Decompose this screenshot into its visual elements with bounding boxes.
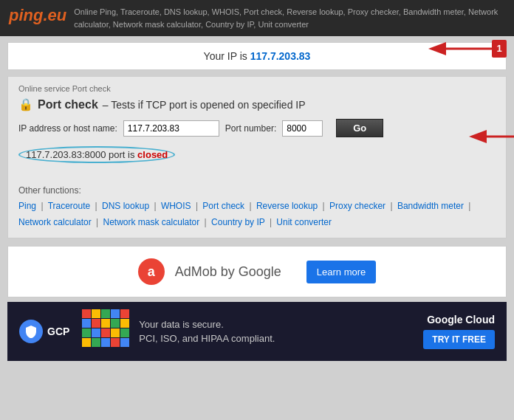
link-proxy-checker[interactable]: Proxy checker xyxy=(329,201,386,211)
svg-text:1: 1 xyxy=(496,43,501,54)
arrow-2-annotation: 2 xyxy=(459,123,514,151)
link-traceroute[interactable]: Traceroute xyxy=(48,201,91,211)
svg-rect-13 xyxy=(82,319,91,328)
svg-rect-23 xyxy=(82,338,91,347)
svg-rect-15 xyxy=(101,319,110,328)
header-tagline: Online Ping, Traceroute, DNS lookup, WHO… xyxy=(74,6,505,30)
svg-rect-12 xyxy=(120,309,129,318)
gcp-line2: PCI, ISO, and HIPAA compliant. xyxy=(139,331,414,346)
link-network-calculator[interactable]: Network calculator xyxy=(18,217,92,227)
gcp-logo-area: GCP xyxy=(19,320,69,343)
link-bandwidth-meter[interactable]: Bandwidth meter xyxy=(397,201,464,211)
svg-rect-19 xyxy=(92,328,100,337)
result-circle: 117.7.203.83:8000 port is closed xyxy=(18,146,175,163)
link-port-check[interactable]: Port check xyxy=(202,201,244,211)
lock-icon: 🔒 xyxy=(18,97,33,111)
status-closed: closed xyxy=(137,149,168,160)
gcp-right-panel: Google Cloud TRY IT FREE xyxy=(423,314,495,349)
ip-label: IP address or host name: xyxy=(18,123,117,134)
svg-rect-18 xyxy=(82,328,91,337)
link-dns-lookup[interactable]: DNS lookup xyxy=(102,201,149,211)
svg-rect-9 xyxy=(92,309,100,318)
main-content: Online service Port check 🔒 Port check –… xyxy=(7,76,507,238)
ip-value: 117.7.203.83 xyxy=(250,50,311,62)
svg-rect-27 xyxy=(120,338,129,347)
links-row: Ping | Traceroute | DNS lookup | WHOIS |… xyxy=(18,199,496,230)
svg-rect-17 xyxy=(120,319,129,328)
admob-text: AdMob by Google xyxy=(175,264,281,280)
port-label: Port number: xyxy=(225,123,276,134)
svg-rect-10 xyxy=(101,309,110,318)
svg-rect-20 xyxy=(101,328,110,337)
header: ping.eu Online Ping, Traceroute, DNS loo… xyxy=(0,0,514,36)
svg-rect-22 xyxy=(120,328,129,337)
breadcrumb: Online service Port check xyxy=(18,84,496,93)
link-network-mask-calculator[interactable]: Network mask calculator xyxy=(103,217,200,227)
port-input[interactable] xyxy=(282,120,323,137)
svg-rect-14 xyxy=(92,319,100,328)
gcp-shield-icon xyxy=(19,320,43,343)
svg-rect-21 xyxy=(111,328,120,337)
section-title: 🔒 Port check – Tests if TCP port is open… xyxy=(18,97,496,111)
svg-rect-26 xyxy=(111,338,120,347)
result-row: 117.7.203.83:8000 port is closed xyxy=(18,145,496,165)
link-unit-converter[interactable]: Unit converter xyxy=(276,217,332,227)
gcp-line1: Your data is secure. xyxy=(139,317,414,332)
gcp-banner: GCP Your data is secur xyxy=(7,302,507,361)
title-rest: – Tests if TCP port is opened on specifi… xyxy=(103,99,306,111)
port-check-form: IP address or host name: Port number: Go xyxy=(18,119,496,137)
ip-label: Your IP is xyxy=(204,50,250,62)
learn-more-button[interactable]: Learn more xyxy=(306,261,376,283)
site-logo[interactable]: ping.eu xyxy=(9,6,66,25)
link-reverse-lookup[interactable]: Reverse lookup xyxy=(256,201,318,211)
svg-rect-16 xyxy=(111,319,120,328)
title-bold: Port check xyxy=(38,98,98,111)
other-functions-label: Other functions: xyxy=(18,185,496,196)
admob-banner: a AdMob by Google Learn more xyxy=(7,246,507,297)
arrow-1-annotation: 1 xyxy=(418,34,507,63)
link-ping[interactable]: Ping xyxy=(18,201,36,211)
ip-input[interactable] xyxy=(123,120,219,137)
gcp-cube-graphic xyxy=(78,306,130,357)
gcp-ad-text: Your data is secure. PCI, ISO, and HIPAA… xyxy=(139,317,414,346)
gcp-logo-text: GCP xyxy=(47,326,69,337)
logo-ping: ping xyxy=(9,6,43,24)
gcp-brand-text: Google Cloud xyxy=(427,314,495,326)
result-status-text: port is closed xyxy=(109,149,168,160)
link-country-by-ip[interactable]: Country by IP xyxy=(211,217,264,227)
svg-rect-24 xyxy=(92,338,100,347)
go-button[interactable]: Go xyxy=(336,119,383,137)
logo-tld: .eu xyxy=(43,6,66,24)
svg-rect-8 xyxy=(82,309,91,318)
other-functions: Other functions: Ping | Traceroute | DNS… xyxy=(18,179,496,230)
admob-logo: a xyxy=(138,258,165,285)
svg-rect-11 xyxy=(111,309,120,318)
try-free-button[interactable]: TRY IT FREE xyxy=(423,330,495,349)
svg-rect-25 xyxy=(101,338,110,347)
result-ip-port: 117.7.203.83:8000 xyxy=(26,149,106,160)
link-whois[interactable]: WHOIS xyxy=(161,201,191,211)
